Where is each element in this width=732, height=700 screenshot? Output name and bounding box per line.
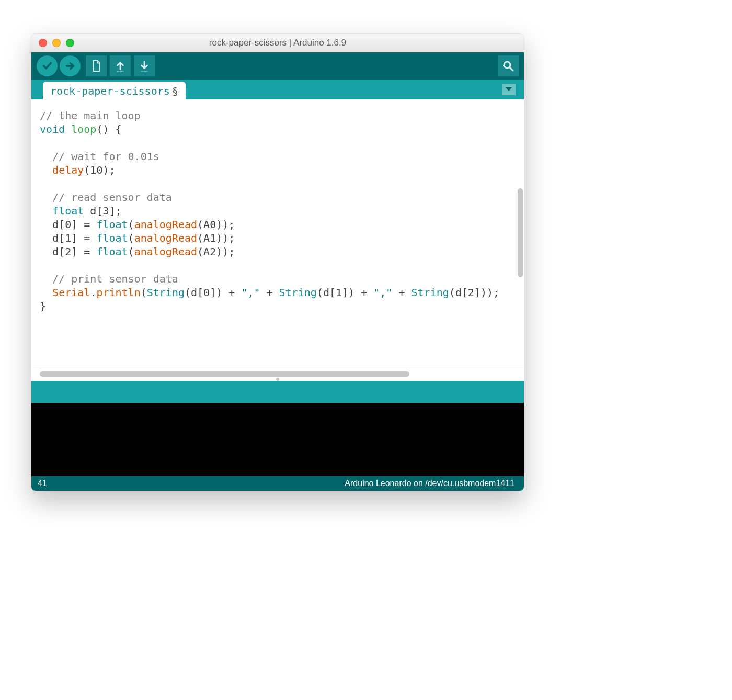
message-bar [31, 381, 524, 403]
tab-dropdown-button[interactable] [502, 84, 516, 95]
check-icon [41, 60, 53, 72]
arrow-down-icon [139, 60, 150, 72]
svg-line-1 [510, 67, 513, 71]
arduino-ide-window: rock-paper-scissors | Arduino 1.6.9 [31, 34, 524, 491]
window-title: rock-paper-scissors | Arduino 1.6.9 [31, 38, 524, 48]
horizontal-scroll-thumb[interactable] [40, 371, 409, 377]
tab-label: rock-paper-scissors [50, 85, 170, 97]
open-button[interactable] [110, 55, 131, 76]
triangle-down-icon [505, 87, 512, 92]
tab-strip: rock-paper-scissors§ [31, 80, 524, 99]
window-controls [39, 39, 74, 47]
save-button[interactable] [134, 55, 155, 76]
new-button[interactable] [86, 55, 107, 76]
close-icon[interactable] [39, 39, 47, 47]
titlebar: rock-paper-scissors | Arduino 1.6.9 [31, 34, 524, 52]
zoom-icon[interactable] [66, 39, 74, 47]
code-editor[interactable]: // the main loop void loop() { // wait f… [31, 99, 517, 368]
arrow-up-icon [115, 60, 126, 72]
tab-modified-mark: § [172, 85, 178, 97]
horizontal-scrollbar[interactable] [31, 368, 524, 381]
verify-button[interactable] [37, 55, 58, 76]
vertical-scrollbar[interactable] [517, 99, 524, 368]
splitter-handle-icon[interactable] [276, 378, 279, 381]
status-bar: 41 Arduino Leonardo on /dev/cu.usbmodem1… [31, 476, 524, 491]
resize-grip-icon[interactable] [514, 481, 523, 490]
tab-sketch[interactable]: rock-paper-scissors§ [43, 82, 186, 99]
serial-monitor-button[interactable] [498, 55, 519, 76]
vertical-scroll-thumb[interactable] [518, 188, 523, 277]
editor-area: // the main loop void loop() { // wait f… [31, 99, 524, 368]
console-output[interactable] [31, 403, 524, 476]
status-board-info: Arduino Leonardo on /dev/cu.usbmodem1411 [345, 479, 514, 488]
toolbar [31, 52, 524, 80]
magnifier-icon [502, 60, 514, 72]
status-line-number: 41 [38, 479, 47, 488]
upload-button[interactable] [60, 55, 81, 76]
minimize-icon[interactable] [52, 39, 61, 47]
arrow-right-icon [64, 60, 76, 72]
file-icon [90, 60, 102, 72]
